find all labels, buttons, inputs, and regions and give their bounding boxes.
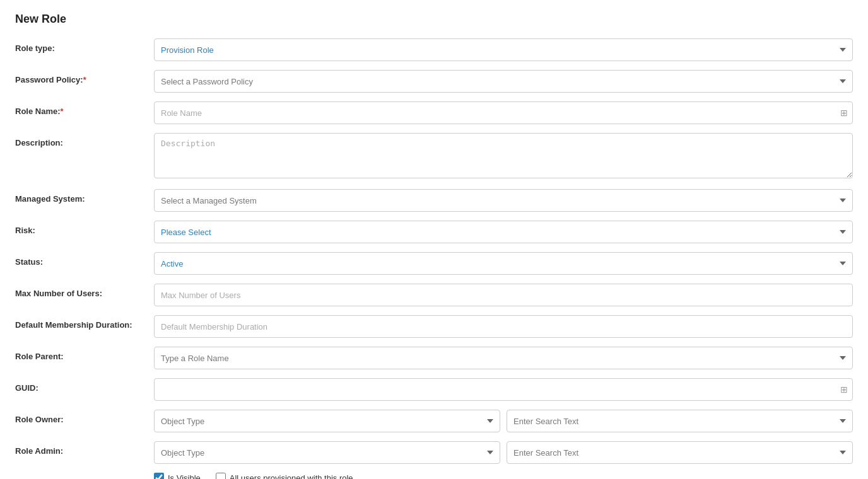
default-membership-row: Default Membership Duration: bbox=[15, 315, 853, 338]
guid-input-wrap: ⊞ bbox=[154, 378, 853, 401]
password-policy-label: Password Policy:* bbox=[15, 70, 154, 84]
role-admin-dual-field: Object Type Enter Search Text bbox=[154, 441, 853, 464]
is-visible-checkbox-label[interactable]: Is Visible bbox=[154, 473, 201, 479]
role-name-control: ⊞ bbox=[154, 101, 853, 124]
role-owner-dual-field: Object Type Enter Search Text bbox=[154, 410, 853, 432]
role-admin-search-select[interactable]: Enter Search Text bbox=[507, 441, 853, 464]
all-users-label: All users provisioned with this role bbox=[230, 473, 353, 480]
risk-label: Risk: bbox=[15, 221, 154, 235]
max-users-control bbox=[154, 284, 853, 306]
risk-row: Risk: Please Select Low Medium High bbox=[15, 221, 853, 243]
description-label: Description: bbox=[15, 133, 154, 147]
password-policy-select[interactable]: Select a Password Policy bbox=[154, 70, 853, 93]
status-select[interactable]: Active Inactive bbox=[154, 252, 853, 275]
role-name-label: Role Name:* bbox=[15, 101, 154, 116]
managed-system-select[interactable]: Select a Managed System bbox=[154, 189, 853, 212]
description-textarea[interactable] bbox=[154, 133, 853, 178]
role-owner-object-type-select[interactable]: Object Type bbox=[154, 410, 500, 432]
role-admin-object-type-select[interactable]: Object Type bbox=[154, 441, 500, 464]
role-name-row: Role Name:* ⊞ bbox=[15, 101, 853, 124]
role-parent-row: Role Parent: Type a Role Name bbox=[15, 347, 853, 369]
default-membership-control bbox=[154, 315, 853, 338]
role-parent-label: Role Parent: bbox=[15, 347, 154, 361]
description-row: Description: bbox=[15, 133, 853, 180]
risk-select[interactable]: Please Select Low Medium High bbox=[154, 221, 853, 243]
risk-control: Please Select Low Medium High bbox=[154, 221, 853, 243]
all-users-checkbox[interactable] bbox=[216, 473, 226, 479]
all-users-checkbox-label[interactable]: All users provisioned with this role bbox=[216, 473, 353, 479]
input-icon-role-name: ⊞ bbox=[840, 108, 848, 118]
role-name-input-wrap: ⊞ bbox=[154, 101, 853, 124]
description-control bbox=[154, 133, 853, 180]
guid-control: ⊞ bbox=[154, 378, 853, 401]
guid-input[interactable] bbox=[154, 378, 853, 401]
role-parent-select[interactable]: Type a Role Name bbox=[154, 347, 853, 369]
required-marker: * bbox=[83, 75, 86, 84]
role-owner-label: Role Owner: bbox=[15, 410, 154, 424]
new-role-form: Role type: Provision Role Business Role … bbox=[15, 38, 853, 479]
status-control: Active Inactive bbox=[154, 252, 853, 275]
max-users-row: Max Number of Users: bbox=[15, 284, 853, 306]
role-owner-search-select[interactable]: Enter Search Text bbox=[507, 410, 853, 432]
status-row: Status: Active Inactive bbox=[15, 252, 853, 275]
role-parent-control: Type a Role Name bbox=[154, 347, 853, 369]
role-admin-row: Role Admin: Object Type Enter Search Tex… bbox=[15, 441, 853, 464]
password-policy-control: Select a Password Policy bbox=[154, 70, 853, 93]
is-visible-checkbox[interactable] bbox=[154, 473, 164, 479]
role-type-select[interactable]: Provision Role Business Role IT Role bbox=[154, 38, 853, 61]
input-icon-guid: ⊞ bbox=[840, 384, 848, 395]
role-type-row: Role type: Provision Role Business Role … bbox=[15, 38, 853, 61]
max-users-label: Max Number of Users: bbox=[15, 284, 154, 298]
is-visible-label: Is Visible bbox=[168, 473, 201, 480]
default-membership-label: Default Membership Duration: bbox=[15, 315, 154, 330]
role-type-label: Role type: bbox=[15, 38, 154, 53]
password-policy-row: Password Policy:* Select a Password Poli… bbox=[15, 70, 853, 93]
role-owner-control: Object Type Enter Search Text bbox=[154, 410, 853, 432]
guid-label: GUID: bbox=[15, 378, 154, 393]
status-label: Status: bbox=[15, 252, 154, 267]
checkbox-row-1: Is Visible All users provisioned with th… bbox=[154, 473, 853, 479]
role-type-control: Provision Role Business Role IT Role bbox=[154, 38, 853, 61]
managed-system-row: Managed System: Select a Managed System bbox=[15, 189, 853, 212]
required-marker-2: * bbox=[61, 107, 64, 116]
managed-system-label: Managed System: bbox=[15, 189, 154, 204]
max-users-input[interactable] bbox=[154, 284, 853, 306]
role-name-input[interactable] bbox=[154, 101, 853, 124]
managed-system-control: Select a Managed System bbox=[154, 189, 853, 212]
page-title: New Role bbox=[15, 13, 853, 26]
role-admin-label: Role Admin: bbox=[15, 441, 154, 456]
role-owner-row: Role Owner: Object Type Enter Search Tex… bbox=[15, 410, 853, 432]
guid-row: GUID: ⊞ bbox=[15, 378, 853, 401]
role-admin-control: Object Type Enter Search Text bbox=[154, 441, 853, 464]
default-membership-input[interactable] bbox=[154, 315, 853, 338]
